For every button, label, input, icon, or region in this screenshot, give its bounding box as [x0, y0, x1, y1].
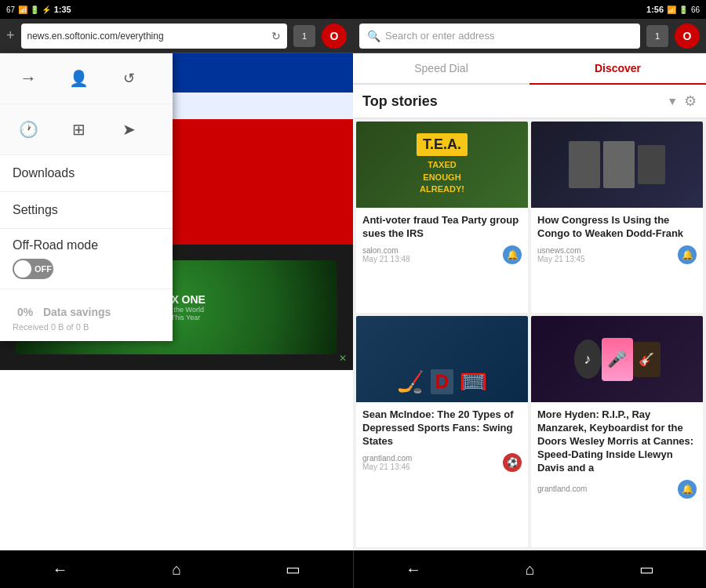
news-time-congress: May 21 13:45: [537, 255, 585, 263]
news-image-tea: T.E.A. TAXEDENOUGHALREADY!: [356, 122, 528, 208]
forward-icon: →: [20, 68, 37, 89]
news-source-hockey: grantland.com: [362, 454, 412, 463]
news-time-tea: May 21 13:48: [362, 255, 410, 263]
search-bar-right[interactable]: 🔍 Search or enter address: [359, 24, 640, 49]
right-panel: 🔍 Search or enter address 1 O Speed Dial…: [353, 19, 706, 550]
opera-logo-right[interactable]: O: [675, 24, 700, 49]
dropdown-menu: → 👤 ↺ 🕐 ⊞ ➤: [0, 53, 173, 341]
news-body-tea: Anti-voter fraud Tea Party group sues th…: [356, 208, 528, 269]
bookmark-button[interactable]: ➤: [113, 114, 144, 145]
data-savings-section: 0% Data savings Received 0 B of 0 B: [0, 289, 173, 341]
news-image-congress: [531, 122, 703, 208]
off-road-section: Off-Road mode OFF: [0, 229, 173, 289]
news-title-hockey: Sean McIndoe: The 20 Types of Depressed …: [362, 408, 522, 448]
share-icon: ↺: [123, 70, 135, 87]
news-body-congress: How Congress Is Using the Congo to Weake…: [531, 208, 703, 269]
new-tab-button[interactable]: +: [6, 27, 15, 44]
forward-button[interactable]: →: [13, 63, 44, 94]
news-title-tea: Anti-voter fraud Tea Party group sues th…: [362, 214, 522, 241]
tab-count-left[interactable]: 1: [293, 25, 315, 47]
discover-tabs: Speed Dial Discover: [353, 53, 706, 85]
news-footer-hockey: grantland.com May 21 13:46 ⚽: [362, 453, 522, 472]
share-button-music[interactable]: 🔔: [678, 480, 697, 499]
menu-icons-row-2: 🕐 ⊞ ➤: [0, 104, 173, 155]
news-footer-tea: salon.com May 21 13:48 🔔: [362, 245, 522, 264]
off-road-toggle[interactable]: OFF: [13, 259, 53, 279]
news-card-tea: T.E.A. TAXEDENOUGHALREADY! Anti-voter fr…: [356, 122, 528, 313]
grid-icon: ⊞: [72, 120, 86, 139]
toggle-knob: [14, 260, 31, 278]
tab-count-right[interactable]: 1: [646, 25, 668, 47]
bookmark-icon: ➤: [122, 120, 136, 139]
reload-icon[interactable]: ↻: [271, 30, 281, 42]
right-time: 1:56: [646, 5, 664, 14]
top-stories-header: Top stories ▼ ⚙: [353, 85, 706, 118]
nav-panel-right: ← ⌂ ▭: [354, 550, 707, 588]
url-text: news.en.softonic.com/everything: [27, 31, 271, 42]
xbox-logo: ✕: [339, 353, 347, 364]
browser-chrome-right: 🔍 Search or enter address 1 O: [353, 19, 706, 53]
nav-panel-left: ← ⌂ ▭: [0, 550, 353, 588]
back-button-right[interactable]: ←: [406, 561, 421, 579]
grid-button[interactable]: ⊞: [63, 114, 94, 145]
user-icon: 👤: [69, 69, 89, 88]
status-right: 1:56 📶 🔋 66: [646, 5, 700, 14]
news-body-music: More Hyden: R.I.P., Ray Manzarek, Keyboa…: [531, 402, 703, 503]
search-icon: 🔍: [367, 30, 380, 42]
data-received-text: Received 0 B of 0 B: [13, 322, 160, 332]
data-savings-percent: 0% Data savings: [13, 299, 160, 321]
news-source-music: grantland.com: [537, 485, 587, 493]
back-button-left[interactable]: ←: [52, 561, 67, 579]
tab-speed-dial[interactable]: Speed Dial: [353, 53, 530, 83]
right-battery: 66: [691, 5, 700, 14]
home-button-left[interactable]: ⌂: [172, 561, 181, 579]
browser-chrome-left: + news.en.softonic.com/everything ↻ 1 O: [0, 19, 353, 53]
share-button-hockey[interactable]: ⚽: [503, 453, 522, 472]
history-button[interactable]: 🕐: [13, 114, 44, 145]
settings-icon[interactable]: ⚙: [684, 93, 697, 110]
toggle-state-text: OFF: [35, 264, 52, 274]
news-image-music: ♪ 🎤 🎸: [531, 316, 703, 402]
address-bar-left[interactable]: news.en.softonic.com/everything ↻: [21, 24, 287, 49]
off-road-label: Off-Road mode: [13, 238, 160, 252]
chevron-icon: ▼: [667, 95, 678, 107]
news-title-congress: How Congress Is Using the Congo to Weake…: [537, 214, 697, 241]
top-stories-controls: ▼ ⚙: [667, 93, 697, 110]
tab-discover[interactable]: Discover: [530, 53, 706, 85]
news-image-hockey: 🏒 D 🥅: [356, 316, 528, 402]
downloads-menu-item[interactable]: Downloads: [0, 155, 173, 192]
search-placeholder-text: Search or enter address: [385, 30, 494, 42]
news-title-music: More Hyden: R.I.P., Ray Manzarek, Keyboa…: [537, 408, 697, 474]
news-time-hockey: May 21 13:46: [362, 463, 412, 471]
navigation-bar: ← ⌂ ▭ ← ⌂ ▭: [0, 550, 706, 588]
opera-logo-left[interactable]: O: [322, 24, 347, 49]
user-button[interactable]: 👤: [63, 63, 94, 94]
news-card-congress: How Congress Is Using the Congo to Weake…: [531, 122, 703, 313]
news-card-hockey: 🏒 D 🥅 Sean McIndoe: The 20 Types of Depr…: [356, 316, 528, 547]
news-grid: T.E.A. TAXEDENOUGHALREADY! Anti-voter fr…: [353, 118, 706, 550]
news-footer-music: grantland.com 🔔: [537, 480, 697, 499]
home-button-right[interactable]: ⌂: [526, 561, 535, 579]
settings-menu-item[interactable]: Settings: [0, 192, 173, 229]
news-body-hockey: Sean McIndoe: The 20 Types of Depressed …: [356, 402, 528, 477]
news-source-tea: salon.com: [362, 246, 410, 255]
right-icons: 📶 🔋: [667, 5, 688, 14]
share-button-tea[interactable]: 🔔: [503, 245, 522, 264]
menu-icons-row-1: → 👤 ↺: [0, 53, 173, 104]
left-panel: + news.en.softonic.com/everything ↻ 1 O …: [0, 19, 353, 550]
news-card-music: ♪ 🎤 🎸 More Hyden: R.I.P., Ray Manzarek, …: [531, 316, 703, 547]
history-icon: 🕐: [19, 120, 38, 139]
share-button-congress[interactable]: 🔔: [678, 245, 697, 264]
news-footer-congress: usnews.com May 21 13:45 🔔: [537, 245, 697, 264]
main-area: + news.en.softonic.com/everything ↻ 1 O …: [0, 19, 706, 550]
left-time: 1:35: [54, 5, 71, 14]
left-battery: 67: [6, 5, 15, 14]
top-stories-title: Top stories: [362, 93, 438, 110]
status-bar: 67 📶 🔋 ⚡ 1:35 1:56 📶 🔋 66: [0, 0, 706, 19]
left-icons: 📶 🔋 ⚡: [18, 5, 51, 14]
news-source-congress: usnews.com: [537, 246, 585, 255]
share-button[interactable]: ↺: [113, 63, 144, 94]
status-left: 67 📶 🔋 ⚡ 1:35: [6, 5, 71, 14]
recent-button-right[interactable]: ▭: [639, 560, 654, 579]
recent-button-left[interactable]: ▭: [286, 560, 300, 579]
